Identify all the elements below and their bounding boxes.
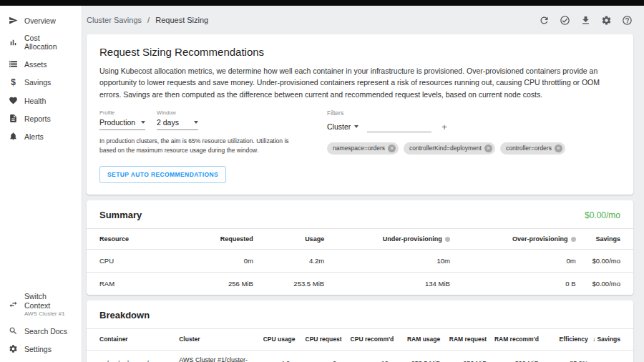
summary-title: Summary: [99, 210, 142, 220]
sidebar-item-label: Cost Allocation: [24, 34, 73, 51]
sidebar-item-overview[interactable]: Overview: [0, 11, 82, 29]
total-savings-value: $0.00/mo: [585, 210, 620, 220]
cluster-cell: AWS Cluster #1/cluster-one: [177, 350, 259, 362]
health-check-button[interactable]: [559, 14, 570, 26]
switch-context-labels: Switch Context AWS Cluster #1: [24, 292, 73, 318]
chip-label: namespace=orders: [333, 145, 385, 152]
help-button[interactable]: [621, 14, 633, 26]
description-text: Using Kubecost allocation metrics, we de…: [99, 65, 620, 100]
sidebar-item-label: Health: [24, 97, 46, 105]
top-black-bar: [0, 0, 644, 6]
help-icon: [622, 15, 633, 26]
sidebar-item-assets[interactable]: Assets: [0, 55, 82, 73]
sidebar-nav: Overview Cost Allocation Assets $ Saving…: [0, 11, 82, 145]
download-button[interactable]: [580, 14, 591, 26]
sidebar-item-health[interactable]: Health: [0, 92, 82, 109]
sort-desc-icon: ↓: [592, 336, 596, 343]
sidebar-item-cost-allocation[interactable]: Cost Allocation: [0, 29, 82, 55]
column-header: CPU usage: [259, 329, 298, 350]
sidebar-item-switch-context[interactable]: Switch Context AWS Cluster #1: [0, 288, 82, 322]
window-select[interactable]: Window 2 days: [157, 109, 198, 130]
sidebar-spacer: [0, 145, 82, 288]
profile-label: Profile: [99, 109, 145, 116]
chip-label: controller=orders: [506, 145, 552, 152]
close-icon[interactable]: ×: [555, 145, 562, 152]
filter-value-input[interactable]: [367, 122, 431, 132]
close-icon[interactable]: ×: [484, 145, 492, 152]
column-header: RAM request: [442, 329, 489, 350]
add-filter-button[interactable]: +: [440, 122, 449, 132]
filter-chip: namespace=orders ×: [327, 142, 399, 155]
setup-auto-recommendations-button[interactable]: SETUP AUTO RECOMMENDATIONS: [99, 166, 226, 183]
resource-cell: RAM: [87, 273, 174, 295]
profile-select[interactable]: Profile Production: [99, 109, 145, 130]
summary-card: Summary $0.00/mo Resource Requested Usag…: [87, 200, 633, 295]
table-row[interactable]: orders/orders:orders AWS Cluster #1/clus…: [87, 350, 633, 362]
swap-icon: [9, 300, 18, 309]
breakdown-card: Breakdown Container Cluster CPU usage CP…: [87, 300, 633, 362]
sidebar-item-label: Alerts: [24, 132, 44, 141]
column-header: CPU request: [298, 329, 344, 350]
refresh-button[interactable]: [538, 14, 550, 26]
main-header: Cluster Savings / Request Sizing: [82, 6, 644, 34]
report-icon: [9, 114, 18, 123]
filter-chips: namespace=orders × controllerKind=deploy…: [327, 142, 565, 155]
heart-icon: [9, 96, 18, 105]
overview-icon: [9, 16, 18, 25]
filter-type-select[interactable]: Cluster: [327, 122, 358, 132]
request-sizing-card: Request Sizing Recommendations Using Kub…: [87, 34, 633, 195]
column-header: CPU recomm'd: [344, 329, 396, 350]
kubecost-app: Overview Cost Allocation Assets $ Saving…: [0, 0, 644, 362]
column-header: Efficiency: [541, 329, 590, 350]
sidebar-item-label: Search Docs: [24, 327, 67, 336]
info-icon[interactable]: [571, 237, 576, 242]
sidebar-item-alerts[interactable]: Alerts: [0, 127, 82, 145]
resource-cell: CPU: [87, 250, 174, 273]
profile-controls: Profile Production Window 2 da: [99, 109, 316, 155]
chevron-down-icon: [354, 125, 358, 128]
breadcrumb-separator: /: [147, 16, 150, 24]
gear-icon: [601, 15, 612, 26]
controls-row: Profile Production Window 2 da: [99, 109, 620, 155]
table-row: RAM 256 MiB 253.5 MiB 134 MiB 0 B $0.00/…: [87, 273, 633, 295]
check-circle-icon: [560, 15, 570, 26]
close-icon[interactable]: ×: [388, 145, 396, 152]
sidebar-item-search-docs[interactable]: Search Docs: [0, 322, 82, 340]
sidebar-item-label: Assets: [24, 60, 47, 69]
filters-label: Filters: [327, 109, 565, 117]
column-header: Savings: [579, 229, 633, 250]
info-icon[interactable]: [445, 237, 450, 242]
column-header: Usage: [256, 229, 327, 250]
sidebar-item-reports[interactable]: Reports: [0, 109, 82, 127]
column-header: Over-provisioning: [453, 229, 579, 250]
download-icon: [580, 15, 591, 26]
sidebar-item-label: Settings: [24, 345, 52, 353]
profile-value: Production: [99, 118, 135, 127]
chevron-down-icon: [141, 121, 145, 124]
search-icon: [9, 326, 18, 336]
column-header: Resource: [87, 229, 174, 250]
sidebar-item-savings[interactable]: $ Savings: [0, 73, 82, 92]
dollar-icon: $: [9, 77, 18, 87]
breadcrumb-current: Request Sizing: [155, 16, 208, 24]
sidebar-item-label: Overview: [24, 16, 56, 25]
settings-button[interactable]: [600, 14, 612, 26]
current-cluster-label: AWS Cluster #1: [24, 310, 73, 318]
column-header: Cluster: [177, 329, 259, 350]
sidebar-item-label: Savings: [24, 78, 51, 87]
table-row: CPU 0m 4.2m 10m 0m $0.00/mo: [87, 250, 633, 273]
filters-section: Filters Cluster +: [327, 109, 565, 155]
content-area: Request Sizing Recommendations Using Kub…: [82, 34, 644, 362]
container-cell: orders/orders:orders: [87, 350, 177, 362]
profile-note: In production clusters, the aim is 65% r…: [99, 137, 301, 155]
sidebar-item-settings[interactable]: Settings: [0, 340, 82, 358]
sidebar: Overview Cost Allocation Assets $ Saving…: [0, 6, 82, 362]
window-value: 2 days: [157, 118, 179, 127]
column-header: Under-provisioning: [327, 229, 453, 250]
breakdown-table: Container Cluster CPU usage CPU request …: [87, 328, 633, 362]
sidebar-bottom: Switch Context AWS Cluster #1 Search Doc…: [0, 288, 82, 362]
column-header-savings-sort[interactable]: ↓Savings: [590, 329, 633, 350]
bell-icon: [9, 132, 18, 141]
breadcrumb-parent[interactable]: Cluster Savings: [87, 16, 142, 24]
filter-chip: controller=orders ×: [500, 142, 565, 155]
